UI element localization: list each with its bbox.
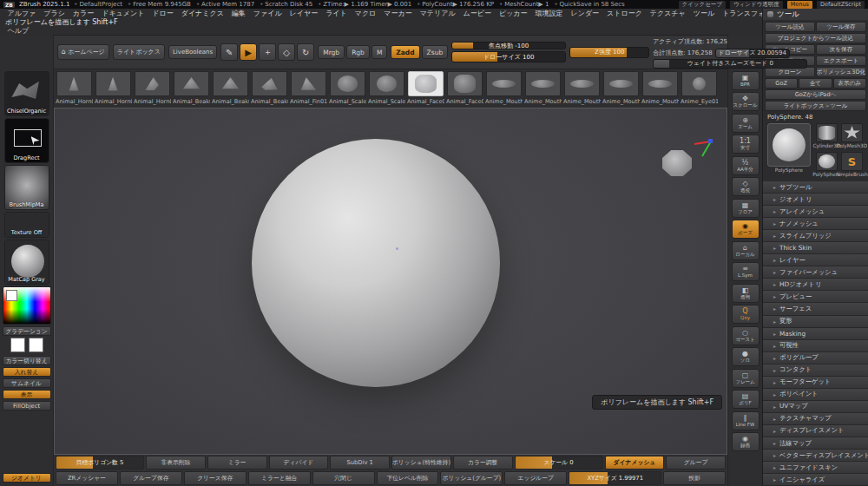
menu-item[interactable]: レンダー xyxy=(567,9,603,18)
tool-section-header[interactable]: ナノメッシュ xyxy=(763,218,868,230)
menu-item[interactable]: レイヤー xyxy=(286,9,322,18)
polysphere-model[interactable] xyxy=(252,139,500,387)
mesh-thumbnail[interactable]: Anime_Eye01 xyxy=(681,71,718,108)
geometry-control[interactable]: SubDiv 1 xyxy=(330,456,390,470)
geometry-control[interactable]: ZRメッシャー xyxy=(56,471,118,485)
tool-section-header[interactable]: スライムブリッジ xyxy=(763,230,868,242)
mesh-thumbnail[interactable]: Animal_Scale02 xyxy=(368,71,405,108)
menu-item[interactable]: アルファ xyxy=(3,9,40,18)
geometry-control[interactable]: ダイナメッシュ xyxy=(605,456,665,470)
color-picker[interactable] xyxy=(3,286,51,325)
menu-item[interactable]: テクスチャ xyxy=(646,9,689,18)
tool-palette-button[interactable]: 表示のみ xyxy=(833,78,866,89)
mesh-thumbnail[interactable]: Anime_Mouth0 xyxy=(485,71,523,108)
tool-section-header[interactable]: ファイバーメッシュ xyxy=(763,266,868,279)
menu-item[interactable]: ファイル xyxy=(249,9,286,18)
tool-section-header[interactable]: UVマップ xyxy=(763,401,868,413)
alpha-selector[interactable]: BrushMipMa xyxy=(4,165,49,210)
tool-section-header[interactable]: レイヤー xyxy=(763,254,868,266)
menu-item[interactable]: 環境設定 xyxy=(531,9,567,18)
shelf-button[interactable]: 1:1 実寸 xyxy=(732,135,760,154)
mesh-thumbnail[interactable]: Animal_Scale01 xyxy=(329,71,366,108)
secondary-color-swatch[interactable] xyxy=(29,338,43,352)
edit-mode-button[interactable]: ＋ xyxy=(259,43,276,61)
shelf-button[interactable]: ½ AA半分 xyxy=(732,156,760,175)
recent-tool-slot[interactable]: Cylinder3D xyxy=(815,123,838,150)
geometry-control[interactable]: クリース保存 xyxy=(184,471,247,485)
stroke-selector[interactable]: DragRect xyxy=(4,118,49,163)
mesh-thumbnail[interactable]: Anime_Mouth0 xyxy=(602,71,640,108)
shelf-button[interactable]: ▦ フロア xyxy=(732,199,760,218)
tool-section-header[interactable]: Masking xyxy=(763,328,868,340)
shelf-button[interactable]: ▤ ポリF xyxy=(732,390,760,409)
geometry-control[interactable]: カラー調整 xyxy=(453,456,513,470)
tool-palette-button[interactable]: 全て xyxy=(799,78,832,89)
tool-palette-button[interactable]: エクスポート xyxy=(816,56,866,66)
edit-mode-button[interactable]: ✎ xyxy=(220,43,238,61)
color-picker-swatch[interactable] xyxy=(6,290,17,301)
menu-item[interactable]: ムービー xyxy=(459,9,495,18)
shelf-button[interactable]: ◉ 録画 xyxy=(732,432,760,451)
mesh-thumbnail[interactable]: Anime_Mouth0 xyxy=(641,71,679,108)
sidebar-button[interactable]: 表示 xyxy=(3,390,51,399)
tool-palette-header[interactable]: ツール xyxy=(763,9,868,20)
menus-button[interactable]: Menus xyxy=(787,1,812,9)
mesh-thumbnail[interactable]: Animal_Horn04 xyxy=(95,71,132,108)
sidebar-button[interactable]: ジオメトリ xyxy=(3,473,51,483)
tool-section-header[interactable]: アレイメッシュ xyxy=(763,206,868,218)
focal-shift-slider[interactable]: 焦点移動 -100 xyxy=(451,42,566,49)
tool-section-header[interactable]: サーフェス xyxy=(763,303,868,315)
sidebar-button[interactable]: FillObject xyxy=(3,401,51,410)
active-tool-thumbnail[interactable] xyxy=(767,123,811,167)
document-canvas[interactable]: ポリフレームを描画します Shift+F xyxy=(54,108,727,455)
geometry-control[interactable]: スケール 0 xyxy=(515,456,603,470)
shelf-button[interactable]: ○ ゴースト xyxy=(732,326,760,345)
dyn-draw-size-slider[interactable]: ドローサイズ 20.00594 xyxy=(715,49,790,58)
draw-size-slider[interactable]: ドローサイズ 100 xyxy=(451,51,566,62)
paint-mode-button[interactable]: Mrgb xyxy=(318,45,345,59)
menu-item[interactable]: ピッカー xyxy=(495,9,531,18)
tool-palette-button[interactable]: ツール保存 xyxy=(816,22,866,32)
geometry-control[interactable]: 非表示削除 xyxy=(146,456,206,470)
shelf-button[interactable]: ∥ Line FW xyxy=(732,411,760,430)
tool-palette-button[interactable]: クローン xyxy=(765,67,815,77)
geometry-control[interactable]: ポリッシュ(特性維持) xyxy=(391,456,451,470)
tool-section-header[interactable]: ポリペイント xyxy=(763,389,868,401)
tool-section-header[interactable]: モーフターゲット xyxy=(763,377,868,389)
tool-section-header[interactable]: 可視性 xyxy=(763,340,868,352)
menu-item[interactable]: 編集 xyxy=(227,9,249,18)
shelf-button[interactable]: ◉ ポーズ xyxy=(732,220,760,239)
menu-item[interactable]: ドロー xyxy=(148,9,177,18)
mesh-thumbnail[interactable]: Animal_Face02 xyxy=(446,71,483,108)
menu-item[interactable]: カラー xyxy=(69,9,97,18)
geometry-control[interactable]: ミラーと融合 xyxy=(248,471,311,485)
menu-item[interactable]: ドキュメント xyxy=(98,9,148,18)
mesh-thumbnail[interactable]: Animal_Beak02 xyxy=(212,71,249,108)
tool-palette-button[interactable]: ライトボックス＞ツール xyxy=(765,101,866,111)
edit-mode-button[interactable]: ↻ xyxy=(297,43,314,61)
geometry-control[interactable]: 下位レベル削除 xyxy=(377,471,439,485)
sidebar-button[interactable]: カラー切り替え xyxy=(3,356,51,365)
geometry-control[interactable]: エッジループ xyxy=(504,471,567,485)
texture-selector[interactable]: Texture Off xyxy=(4,212,49,238)
quicksave-button[interactable]: クイックセーブ xyxy=(679,1,726,9)
tool-section-header[interactable]: ジオメトリ xyxy=(763,194,868,206)
gradient-button[interactable]: グラデーション xyxy=(3,326,51,336)
menu-item[interactable]: ブラシ xyxy=(40,9,69,18)
menu-item[interactable]: マクロ xyxy=(351,9,380,18)
window-opacity-button[interactable]: ウィンドウ透明度 xyxy=(730,1,783,9)
edit-mode-button[interactable]: ▶ xyxy=(240,43,257,61)
tool-section-header[interactable]: テクスチャマップ xyxy=(763,413,868,425)
menu-item[interactable]: マーカー xyxy=(380,9,416,18)
shelf-button[interactable]: ✥ スクロール xyxy=(732,92,760,111)
shelf-button[interactable]: ▢ フレーム xyxy=(732,369,760,388)
shelf-button[interactable]: ⊕ ズーム xyxy=(732,114,760,133)
tool-section-header[interactable]: サブツール xyxy=(763,181,868,194)
homepage-button[interactable]: ⌂ ホームページ xyxy=(57,44,109,60)
tool-section-header[interactable]: Thick Skin xyxy=(763,242,868,254)
menu-item[interactable]: ライト xyxy=(322,9,352,18)
shelf-button[interactable]: ◇ 透視 xyxy=(732,177,760,196)
tool-palette-button[interactable]: 次を保存 xyxy=(816,44,866,55)
tool-section-header[interactable]: 法線マップ xyxy=(763,437,868,450)
recent-tool-slot[interactable]: PolyMesh3D xyxy=(840,123,864,150)
